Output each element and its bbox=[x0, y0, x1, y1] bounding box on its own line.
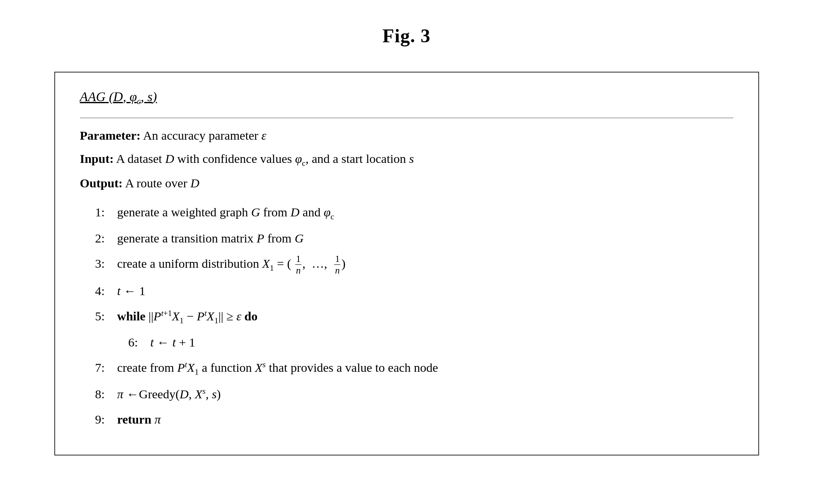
line-num-4: 4: bbox=[80, 280, 105, 301]
line-content-9: return π bbox=[117, 409, 161, 430]
line-content-1: generate a weighted graph G from D and φ… bbox=[117, 201, 334, 223]
line-num-1: 1: bbox=[80, 201, 105, 223]
algo-line-3: 3: create a uniform distribution X1 = ( … bbox=[80, 253, 733, 276]
algo-line-7: 7: create from PtX1 a function Xs that p… bbox=[80, 357, 733, 379]
figure-title: Fig. 3 bbox=[383, 25, 431, 47]
input-label: Input: bbox=[80, 152, 114, 165]
header-divider bbox=[80, 118, 733, 118]
algo-line-5: 5: while ||Pt+1X1 − PtX1|| ≥ ε do bbox=[80, 305, 733, 327]
parameter-label: Parameter: bbox=[80, 128, 141, 142]
algo-line-1: 1: generate a weighted graph G from D an… bbox=[80, 201, 733, 223]
output-value: A route over D bbox=[125, 176, 199, 190]
algo-line-6: 6: t ← t + 1 bbox=[113, 332, 733, 353]
output-label: Output: bbox=[80, 176, 123, 190]
line-num-8: 8: bbox=[80, 383, 105, 405]
algorithm-box: AAG (D, φc, s) Parameter: An accuracy pa… bbox=[54, 72, 759, 456]
line-content-3: create a uniform distribution X1 = ( 1n,… bbox=[117, 253, 346, 276]
line-content-6: t ← t + 1 bbox=[150, 332, 196, 353]
line-num-5: 5: bbox=[80, 305, 105, 327]
line-content-5: while ||Pt+1X1 − PtX1|| ≥ ε do bbox=[117, 305, 258, 327]
line-num-6: 6: bbox=[113, 332, 138, 353]
output-line: Output: A route over D bbox=[80, 173, 733, 193]
line-num-3: 3: bbox=[80, 253, 105, 274]
algo-line-8: 8: π ←Greedy(D, Xs, s) bbox=[80, 383, 733, 405]
algo-name-italic: AAG (D, φc, s) bbox=[80, 89, 157, 104]
line-num-7: 7: bbox=[80, 357, 105, 378]
parameter-line: Parameter: An accuracy parameter ε bbox=[80, 126, 733, 145]
line-content-2: generate a transition matrix P from G bbox=[117, 228, 304, 249]
algorithm-body: 1: generate a weighted graph G from D an… bbox=[80, 201, 733, 430]
parameter-value: An accuracy parameter ε bbox=[143, 128, 266, 142]
algo-line-9: 9: return π bbox=[80, 409, 733, 430]
algo-line-4: 4: t ← 1 bbox=[80, 280, 733, 301]
line-num-9: 9: bbox=[80, 409, 105, 430]
line-num-2: 2: bbox=[80, 228, 105, 249]
input-value: A dataset D with confidence values φc, a… bbox=[116, 152, 414, 165]
algo-line-2: 2: generate a transition matrix P from G bbox=[80, 228, 733, 249]
input-line: Input: A dataset D with confidence value… bbox=[80, 149, 733, 170]
algorithm-header: AAG (D, φc, s) bbox=[80, 89, 733, 106]
line-content-7: create from PtX1 a function Xs that prov… bbox=[117, 357, 438, 379]
line-content-4: t ← 1 bbox=[117, 280, 146, 301]
line-content-8: π ←Greedy(D, Xs, s) bbox=[117, 383, 221, 405]
